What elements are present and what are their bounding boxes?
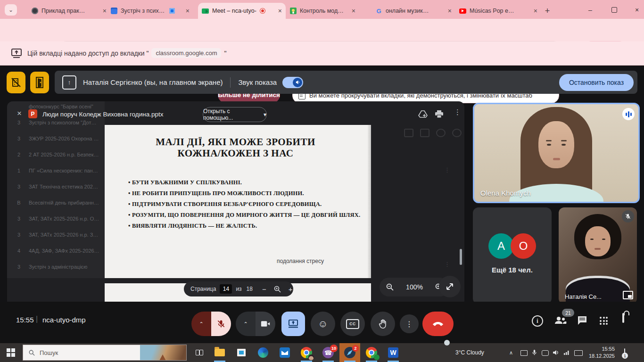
tab-share-banner: Цій вкладці надано доступ до вкладки " c… [0,41,644,66]
extension-building-button[interactable] [7,72,25,93]
taskbar-mail[interactable] [274,343,295,362]
more-icon: ⋮ [405,320,413,329]
tab-close-icon[interactable]: × [278,7,282,15]
tab-2[interactable]: Зустріч з психоло × [107,3,193,19]
smiley-icon: ☺ [318,318,328,329]
mic-off-button[interactable] [211,312,231,336]
taskbar-chrome[interactable] [296,343,317,362]
faint-camera-icon [404,129,413,137]
list-item[interactable]: 3ЗАТ Технічна естетика 202… [7,179,105,195]
stop-presenting-button[interactable]: Остановить показ [559,74,634,91]
fullscreen-button[interactable] [439,276,461,297]
taskbar-viber[interactable]: ☎ 10 [318,343,339,362]
extension-door-button[interactable] [30,72,49,93]
tab-close-icon[interactable]: × [103,7,107,15]
screen: ⌄ Приклад практично × Зустріч з психоло … [0,0,644,362]
open-with-button[interactable]: Открыть с помощью... ▾ [203,107,267,122]
tray-battery-icon[interactable] [542,350,549,356]
present-screen-button[interactable] [281,312,305,336]
page-number-input[interactable]: 14 [220,284,232,294]
tray-keyboard-icon[interactable] [574,350,583,356]
magnifier-icon[interactable] [274,286,281,293]
mail-icon [280,347,290,358]
end-call-button[interactable] [422,312,454,336]
tab-close-icon[interactable]: × [448,7,452,15]
participant-tile-main[interactable]: Olena Khomych [473,103,640,203]
close-window-button[interactable]: × [630,5,644,15]
tab-meet-active[interactable]: Meet – nca-utyo- × [198,3,286,19]
apps-grid-button[interactable] [600,317,608,325]
add-to-drive-icon[interactable] [418,110,428,118]
list-item[interactable]: 3ЗЖУР 2025-2026 Охорона … [7,131,105,147]
restore-button[interactable] [607,5,621,15]
tray-mic-icon[interactable] [532,349,537,356]
taskbar-store[interactable] [231,343,252,362]
tab-close-icon[interactable]: × [352,7,355,15]
reactions-button[interactable]: ☺ [311,312,335,336]
raise-hand-button[interactable] [371,312,395,336]
new-tab-button[interactable]: + [541,5,553,17]
captions-button[interactable]: CC [340,312,365,336]
list-item[interactable]: 3ЗАТ, ЗАТх 2025-2026 н.р. Зн… [7,227,105,243]
tab-1[interactable]: Приклад практично × [27,3,110,19]
list-item[interactable]: 1ПГ «Сила нескорених: пан… [7,163,105,179]
mic-off-icon [622,210,634,222]
weather-text[interactable]: 3°C Cloudy [455,349,484,356]
zoom-in-icon[interactable]: + [289,285,293,293]
list-item[interactable]: фотоконкурс "Барви осені" [7,101,105,115]
banner-text-end: " [224,49,226,57]
list-item[interactable]: ВВсесвітній день прибиранн… [7,195,105,211]
more-options-button[interactable]: ⋮ [400,314,419,333]
banner-text: Цій вкладці надано доступ до вкладки " [27,49,149,57]
taskbar-time: 15:55 [584,346,615,353]
hand-icon [378,319,388,329]
info-button[interactable]: i [532,315,543,327]
taskbar-edge[interactable] [253,343,273,362]
meeting-code: nca-utyo-dmp [42,316,86,324]
taskbar-search[interactable]: Пошук [23,345,187,361]
doc-more-options-icon[interactable]: ⋮ [454,108,461,116]
tray-chevron-icon[interactable]: ∧ [509,350,513,356]
list-item[interactable]: 22 АТ 2025-2026 н.р. Безпек… [7,147,105,163]
list-item[interactable]: 3ЗАТ, ЗАТх 2025-2026 н.р. О… [7,211,105,227]
tab-4[interactable]: Контроль модуля × [286,3,359,19]
tab-search-button[interactable]: ⌄ [5,4,17,16]
minimize-button[interactable]: – [583,5,597,15]
mic-options-chevron[interactable]: ⌃ [191,312,211,336]
print-icon[interactable] [435,110,444,118]
camera-options-chevron[interactable]: ⌃ [236,312,256,336]
notification-center-icon[interactable]: 1 [624,348,625,357]
tab-5[interactable]: G онлайн музика - По × [372,3,455,19]
taskbar-clock[interactable]: 15:55 18.12.2025 [584,346,615,360]
taskbar-app-highlighted[interactable]: 2 [339,343,360,362]
pip-icon[interactable] [623,291,633,299]
zoom-out-icon[interactable]: − [262,285,266,293]
tray-network-icon[interactable] [564,350,570,355]
app-badge: 2 [352,345,359,352]
participant-tile-second[interactable]: Наталія Се... [559,207,637,304]
doc-scrollbar[interactable] [460,249,462,265]
list-item[interactable]: 3Зустріч з адміністрацією [7,259,105,275]
host-controls-button[interactable] [622,314,624,322]
share-sound-label: Звук показа [238,78,277,86]
tray-speaker-icon[interactable] [553,350,559,355]
list-item[interactable]: 3Зустріч з психологом "Дот… [7,115,105,131]
tab-close-icon[interactable]: × [186,7,190,15]
zoom-out-magnifier-icon[interactable] [386,283,394,291]
chat-button[interactable] [577,316,587,327]
more-participants-tile[interactable]: A O Ещё 18 чел. [473,207,552,304]
start-button[interactable] [0,343,22,362]
slide-bullet: ПІДТРИМУВАТИ СТВОРЕННЯ БЕЗБАР'ЄРНОГО СЕР… [128,201,322,208]
tray-display-icon[interactable] [520,350,528,356]
list-item[interactable]: 44АД, ЗАФ, ЗАФх 2025-2026… [7,243,105,259]
share-sound-toggle[interactable] [282,77,303,88]
people-button[interactable] [554,316,567,327]
taskbar-chrome-2[interactable] [361,343,382,362]
camera-icon[interactable] [256,312,275,336]
tab-6[interactable]: Músicas Pop em Ingl × [455,3,541,19]
taskbar-word[interactable]: W [383,343,404,362]
cc-icon: CC [346,319,359,329]
taskbar-file-explorer[interactable] [209,343,230,362]
tab-close-icon[interactable]: × [534,7,537,15]
task-view-button[interactable] [189,343,209,362]
